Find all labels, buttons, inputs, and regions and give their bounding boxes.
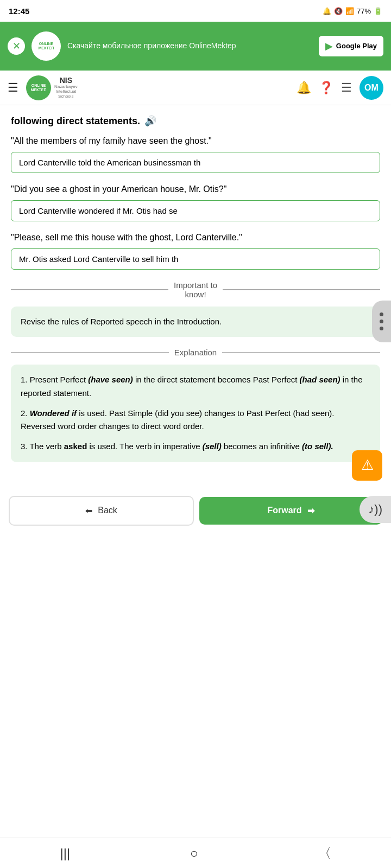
divider-left xyxy=(11,289,168,290)
forward-button[interactable]: Forward ➡ xyxy=(199,497,382,525)
main-content: following direct statements. 🔊 document.… xyxy=(0,105,391,488)
bottom-nav-home-icon[interactable]: ○ xyxy=(190,846,198,861)
section-title: following direct statements. 🔊 xyxy=(11,115,380,127)
play-arrow-icon: ▶ xyxy=(325,40,333,52)
important-divider: Important toknow! xyxy=(11,280,380,299)
answer-input-2[interactable] xyxy=(11,200,380,221)
dot-1 xyxy=(380,312,383,316)
back-arrow-icon: ⬅ xyxy=(85,506,92,516)
exp-divider-left xyxy=(11,352,169,353)
app-banner: ✕ ONLINE МЕКТЕП Скачайте мобильное прило… xyxy=(0,22,391,71)
google-play-button[interactable]: ▶ Google Play xyxy=(319,36,383,56)
bottom-navigation: ||| ○ 〈 xyxy=(0,838,391,868)
dot-3 xyxy=(380,327,383,330)
warning-button[interactable]: ⚠ xyxy=(352,450,382,481)
warning-icon: ⚠ xyxy=(361,457,374,474)
navbar: ☰ ONLINE МЕКТЕП NIS Nazarbayev Intellect… xyxy=(0,71,391,105)
important-label: Important toknow! xyxy=(174,280,217,299)
banner-close-button[interactable]: ✕ xyxy=(8,37,25,55)
sound-float-icon: ♪)) xyxy=(368,502,382,516)
info-box-text: Revise the rules of Reported speech in t… xyxy=(21,315,370,328)
dot-2 xyxy=(380,320,383,323)
back-button[interactable]: ⬅ Back xyxy=(9,496,194,526)
status-bar: 12:45 🔔 🔇 📶 77% 🔋 xyxy=(0,0,391,22)
status-time: 12:45 xyxy=(9,7,29,16)
bell-icon[interactable]: 🔔 xyxy=(297,81,311,95)
user-avatar[interactable]: OM xyxy=(360,76,383,100)
online-mektep-logo: ONLINE МЕКТЕП xyxy=(26,75,51,100)
explanation-divider: Explanation xyxy=(11,348,380,357)
divider-right xyxy=(223,289,380,290)
bottom-nav-menu-icon[interactable]: ||| xyxy=(60,846,70,861)
banner-logo: ONLINE МЕКТЕП xyxy=(31,31,61,61)
bottom-buttons: ⬅ Back Forward ➡ ⚠ xyxy=(0,488,391,533)
explanation-para-2: 2. Wondered if is used. Past Simple (did… xyxy=(21,407,370,434)
quote-text-3: "Please, sell me this house with the gho… xyxy=(11,231,380,244)
nav-action-icons: 🔔 ❓ ☰ OM xyxy=(297,76,383,100)
forward-label: Forward xyxy=(267,506,301,515)
help-icon[interactable]: ❓ xyxy=(319,81,333,95)
answer-input-3[interactable] xyxy=(11,248,380,270)
explanation-para-3: 3. The verb asked is used. The verb in i… xyxy=(21,440,370,454)
nav-logos: ONLINE МЕКТЕП NIS Nazarbayev Intellectua… xyxy=(26,75,291,100)
sound-float-button[interactable]: ♪)) xyxy=(360,496,391,523)
context-bubble[interactable] xyxy=(372,301,391,342)
bottom-nav-back-icon[interactable]: 〈 xyxy=(318,845,331,862)
forward-arrow-icon: ➡ xyxy=(307,506,314,516)
quote-block-2: "Did you see a ghost in your American ho… xyxy=(11,183,380,221)
google-play-label: Google Play xyxy=(336,42,377,50)
nis-logo: NIS Nazarbayev Intellectual Schools xyxy=(54,76,78,99)
explanation-label: Explanation xyxy=(174,348,217,357)
answer-input-1[interactable] xyxy=(11,152,380,173)
quote-text-2: "Did you see a ghost in your American ho… xyxy=(11,183,380,196)
banner-text: Скачайте мобильное приложение OnlineMekt… xyxy=(67,41,312,52)
status-icons: 🔔 🔇 📶 77% 🔋 xyxy=(323,7,382,15)
exp-divider-right xyxy=(222,352,380,353)
quote-block-3: "Please, sell me this house with the gho… xyxy=(11,231,380,270)
audio-icon[interactable]: 🔊 xyxy=(144,115,156,127)
important-info-box: Revise the rules of Reported speech in t… xyxy=(11,307,380,337)
explanation-box: 1. Present Perfect (have seen) in the di… xyxy=(11,365,380,462)
quote-text-1: document.write(''); "All the members of … xyxy=(11,135,380,148)
explanation-para-1: 1. Present Perfect (have seen) in the di… xyxy=(21,373,370,400)
hamburger-menu-icon[interactable]: ☰ xyxy=(8,81,18,95)
back-label: Back xyxy=(98,506,117,515)
quote-block-1: document.write(''); "All the members of … xyxy=(11,135,380,173)
list-icon[interactable]: ☰ xyxy=(341,81,352,95)
